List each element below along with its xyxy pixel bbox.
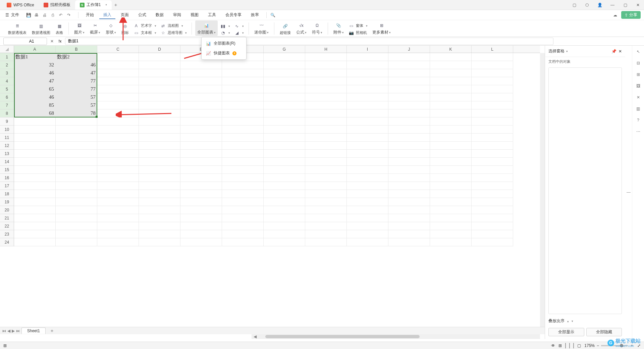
cell[interactable] [388, 238, 430, 246]
cell[interactable] [14, 150, 56, 158]
cell[interactable] [97, 142, 139, 150]
row-header[interactable]: 7 [0, 101, 14, 109]
cell[interactable] [430, 53, 472, 61]
cell[interactable] [139, 134, 180, 142]
cell[interactable] [305, 109, 347, 117]
cell[interactable] [430, 101, 472, 109]
cell[interactable] [14, 206, 56, 214]
form-button[interactable]: ▭窗体▾ [347, 22, 369, 29]
cell[interactable] [472, 182, 513, 190]
cell[interactable] [222, 77, 264, 85]
pie-chart-small[interactable]: ◔▾ [219, 30, 231, 36]
cell[interactable] [139, 174, 180, 182]
cell[interactable] [347, 206, 388, 214]
cell[interactable] [472, 190, 513, 198]
cell[interactable] [430, 142, 472, 150]
cell[interactable] [388, 126, 430, 134]
cell[interactable] [472, 126, 513, 134]
cell[interactable] [472, 166, 513, 174]
cancel-icon[interactable]: ✕ [49, 39, 55, 44]
cell[interactable] [264, 158, 305, 166]
column-header[interactable]: D [139, 46, 180, 53]
row-header[interactable]: 8 [0, 109, 14, 117]
redo-icon[interactable]: ↷ [66, 13, 71, 17]
cell[interactable] [180, 158, 222, 166]
cell[interactable] [139, 126, 180, 134]
row-header[interactable]: 12 [0, 142, 14, 150]
cell[interactable] [222, 61, 264, 69]
cell[interactable] [180, 134, 222, 142]
cell[interactable] [56, 222, 97, 230]
scrollbar-thumb[interactable] [265, 335, 420, 338]
cell[interactable] [139, 166, 180, 174]
cell[interactable] [472, 238, 513, 246]
cell[interactable] [430, 61, 472, 69]
cell[interactable] [305, 238, 347, 246]
cell[interactable] [347, 150, 388, 158]
cell[interactable] [472, 198, 513, 206]
cell[interactable] [139, 69, 180, 77]
cell[interactable]: 数据2 [56, 53, 97, 61]
tools-icon[interactable]: ✕ [635, 94, 642, 101]
cell[interactable] [347, 222, 388, 230]
undo-icon[interactable]: ↶ [58, 13, 63, 17]
cell[interactable] [56, 142, 97, 150]
cell[interactable] [347, 69, 388, 77]
tab-wps-office[interactable]: WPS Office [2, 0, 39, 10]
cell[interactable] [264, 214, 305, 222]
cell[interactable] [347, 109, 388, 117]
cell[interactable] [264, 77, 305, 85]
cell[interactable] [14, 230, 56, 238]
cell[interactable] [388, 190, 430, 198]
cell[interactable] [264, 198, 305, 206]
cell[interactable] [14, 198, 56, 206]
cell[interactable] [222, 182, 264, 190]
cell[interactable] [264, 238, 305, 246]
cell[interactable] [97, 101, 139, 109]
cell[interactable] [139, 77, 180, 85]
cell[interactable] [180, 69, 222, 77]
cell[interactable] [56, 174, 97, 182]
status-indicator-icon[interactable]: ⊞ [3, 343, 7, 348]
cell[interactable]: 数据1 [14, 53, 56, 61]
row-header[interactable]: 1 [0, 53, 14, 61]
cell[interactable]: 47 [56, 69, 97, 77]
row-header[interactable]: 13 [0, 150, 14, 158]
cell[interactable] [222, 222, 264, 230]
cell[interactable] [264, 182, 305, 190]
grid-icon[interactable]: ⊞ [558, 343, 562, 348]
cell[interactable] [472, 109, 513, 117]
sparkline-button[interactable]: 〰迷你图▾ [252, 20, 271, 36]
cell[interactable] [430, 134, 472, 142]
bar-chart-small[interactable]: ▮▮▾ [219, 23, 231, 29]
avatar-icon[interactable]: 👤 [596, 3, 604, 7]
cell[interactable] [347, 230, 388, 238]
cell[interactable] [264, 126, 305, 134]
cell[interactable] [430, 190, 472, 198]
close-icon[interactable]: ✕ [619, 49, 622, 54]
cell[interactable] [388, 117, 430, 126]
cell[interactable] [472, 206, 513, 214]
cell[interactable] [139, 85, 180, 93]
cell[interactable] [139, 222, 180, 230]
cell[interactable] [472, 117, 513, 126]
cell[interactable] [430, 166, 472, 174]
style-icon[interactable]: ⊞ [635, 71, 642, 78]
cell[interactable] [14, 158, 56, 166]
cell[interactable] [430, 69, 472, 77]
cell-grid[interactable]: 数据1数据23246464747776577465785576878 [14, 53, 540, 334]
cell[interactable] [430, 206, 472, 214]
picture-button[interactable]: 🖼图片▾ [72, 20, 87, 36]
cell[interactable] [388, 166, 430, 174]
cell[interactable] [97, 150, 139, 158]
cell[interactable] [264, 230, 305, 238]
column-header[interactable]: L [472, 46, 513, 53]
cell[interactable] [347, 117, 388, 126]
cell[interactable] [222, 142, 264, 150]
cell[interactable]: 46 [14, 93, 56, 101]
cell[interactable] [347, 61, 388, 69]
hyperlink-button[interactable]: 🔗超链接 [278, 20, 293, 36]
vertical-scrollbar[interactable] [540, 53, 545, 334]
row-header[interactable]: 16 [0, 174, 14, 182]
cell[interactable] [347, 53, 388, 61]
